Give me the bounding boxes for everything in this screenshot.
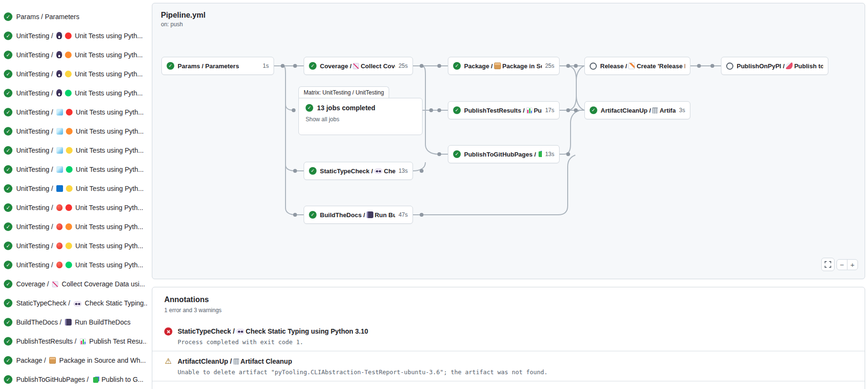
penguin-icon	[56, 70, 62, 77]
sidebar-job-item[interactable]: ✓UnitTesting / Unit Tests using Pyth...	[0, 255, 149, 274]
success-icon: ✓	[4, 356, 12, 365]
annotation-message: Unable to delete artifact "pyTooling.CLI…	[178, 368, 548, 376]
workflow-node-artifactcleanup[interactable]: ✓ArtifactCleanUp / Artifac...3s	[584, 101, 690, 119]
sidebar-job-item[interactable]: ✓UnitTesting / Unit Tests using Pyth...	[0, 122, 149, 141]
pages-icon	[539, 151, 542, 157]
sidebar-job-item[interactable]: ✓UnitTesting / Unit Tests using Pyth...	[0, 84, 149, 103]
workflow-node-coverage[interactable]: ✓Coverage / Collect Cove...25s	[304, 57, 413, 75]
orange-circle-icon	[65, 52, 72, 58]
success-icon: ✓	[4, 165, 12, 174]
matrix-summary: ✓ 13 jobs completed	[306, 104, 415, 112]
orange-circle-icon	[66, 128, 73, 135]
annotation-body: StaticTypeCheck / Check Static Typing us…	[178, 327, 368, 346]
annotation-message: Process completed with exit code 1.	[178, 338, 368, 346]
yellow-circle-icon	[65, 242, 72, 249]
matrix-group-card: ✓ 13 jobs completed Show all jobs	[298, 98, 423, 135]
sidebar-job-label: Package / Package in Source and Wh...	[16, 357, 146, 364]
sidebar-job-item[interactable]: ✓UnitTesting / Unit Tests using Pyth...	[0, 198, 149, 217]
success-icon: ✓	[4, 299, 12, 307]
red-circle-icon	[66, 109, 73, 116]
workflow-node-release[interactable]: Release / Create 'Release P...	[584, 57, 690, 75]
sidebar-job-item[interactable]: ✓PublishTestResults / Publish Test Resu.…	[0, 332, 149, 351]
sidebar-job-label: UnitTesting / Unit Tests using Pyth...	[16, 32, 143, 40]
green-circle-icon	[66, 166, 73, 173]
sidebar-job-item[interactable]: ✓UnitTesting / Unit Tests using Pyth...	[0, 45, 149, 64]
pages-icon	[93, 377, 98, 383]
sidebar-job-item[interactable]: ✓UnitTesting / Unit Tests using Pyth...	[0, 103, 149, 122]
orange-circle-icon	[65, 223, 72, 230]
workflow-node-params[interactable]: ✓Params / Parameters1s	[161, 57, 274, 75]
notebook-icon	[367, 211, 373, 218]
rocket-icon	[786, 63, 793, 69]
success-icon: ✓	[4, 261, 12, 269]
sidebar-job-item[interactable]: ✓StaticTypeCheck / Check Static Typing..…	[0, 294, 149, 313]
eyes-icon	[236, 329, 244, 334]
sidebar-job-item[interactable]: ✓Coverage / Collect Coverage Data usi...	[0, 274, 149, 294]
penguin-icon	[56, 89, 62, 96]
skipped-icon	[726, 63, 733, 70]
sidebar-job-label: UnitTesting / Unit Tests using Pyth...	[16, 89, 143, 97]
annotation-item: ⚠ArtifactCleanUp / Artifact CleanupUnabl…	[152, 351, 865, 381]
sidebar-job-item[interactable]: ✓Params / Parameters	[0, 7, 149, 26]
memo-icon	[628, 63, 635, 69]
sidebar-job-label: UnitTesting / Unit Tests using Pyth...	[16, 185, 144, 192]
ice-cube-icon	[56, 147, 63, 154]
red-circle-icon	[65, 32, 72, 39]
sidebar-job-item[interactable]: ✓UnitTesting / Unit Tests using Pyth...	[0, 141, 149, 160]
sidebar-job-item[interactable]: ✓Package / Package in Source and Wh...	[0, 351, 149, 370]
fullscreen-icon	[825, 261, 831, 268]
zoom-in-button[interactable]: +	[847, 259, 858, 270]
apple-icon	[56, 242, 63, 249]
success-icon: ✓	[309, 211, 317, 219]
sidebar-job-item[interactable]: ✓UnitTesting / Unit Tests using Pyth...	[0, 160, 149, 179]
sidebar-job-item[interactable]: ✓UnitTesting / Unit Tests using Pyth...	[0, 64, 149, 84]
workflow-node-package[interactable]: ✓Package / Package in So...25s	[448, 57, 560, 75]
workflow-node-buildthedocs[interactable]: ✓BuildTheDocs / Run Buil...47s	[304, 206, 413, 224]
sidebar-job-item[interactable]: ✓BuildTheDocs / Run BuildTheDocs	[0, 313, 149, 332]
success-icon: ✓	[590, 106, 597, 114]
yellow-circle-icon	[66, 185, 73, 192]
annotation-body: ArtifactCleanUp / Artifact CleanupUnable…	[178, 357, 548, 376]
annotation-item: StaticTypeCheck / Check Static Typing us…	[152, 321, 865, 351]
node-label: Package / Package in So...	[464, 63, 542, 70]
yellow-circle-icon	[65, 71, 72, 77]
sidebar-job-item[interactable]: ✓PublishToGitHubPages / Publish to G...	[0, 370, 149, 389]
annotation-title[interactable]: StaticTypeCheck / Check Static Typing us…	[178, 327, 368, 335]
workflow-node-publishtogithubpages[interactable]: ✓PublishToGitHubPages / ...13s	[448, 145, 560, 163]
node-label: BuildTheDocs / Run Buil...	[320, 211, 395, 219]
sidebar-job-item[interactable]: ✓UnitTesting / Unit Tests using Pyth...	[0, 236, 149, 255]
workflow-node-publishtestresults[interactable]: ✓PublishTestResults / Pu...17s	[448, 101, 560, 119]
node-label: PublishTestResults / Pu...	[464, 107, 542, 114]
workflow-edges	[152, 3, 866, 280]
wastebasket-icon	[233, 358, 239, 365]
node-label: Params / Parameters	[178, 63, 259, 70]
success-icon: ✓	[309, 167, 317, 175]
node-label: PublishOnPyPI / Publish to ...	[737, 63, 823, 70]
success-icon: ✓	[4, 203, 12, 212]
sidebar-job-item[interactable]: ✓UnitTesting / Unit Tests using Pyth...	[0, 217, 149, 236]
success-icon: ✓	[453, 106, 461, 114]
warning-icon: ⚠	[164, 357, 172, 365]
sidebar-job-item[interactable]: ✓UnitTesting / Unit Tests using Pyth...	[0, 26, 149, 45]
sidebar-job-label: UnitTesting / Unit Tests using Pyth...	[16, 242, 143, 250]
show-all-jobs-link[interactable]: Show all jobs	[306, 116, 415, 123]
success-icon: ✓	[4, 280, 12, 288]
sidebar-job-item[interactable]: ✓UnitTesting / Unit Tests using Pyth...	[0, 179, 149, 198]
annotation-title[interactable]: ArtifactCleanUp / Artifact Cleanup	[178, 357, 548, 365]
success-icon: ✓	[4, 89, 12, 97]
annotations-header: Annotations 1 error and 3 warnings	[152, 287, 865, 319]
fullscreen-button[interactable]	[821, 258, 835, 271]
node-label: Coverage / Collect Cove...	[320, 63, 395, 70]
workflow-graph-panel: Pipeline.yml on: push	[152, 3, 865, 279]
annotations-panel: Annotations 1 error and 3 warnings Stati…	[152, 287, 865, 389]
windows-icon	[56, 185, 63, 192]
workflow-node-statictypecheck[interactable]: ✓StaticTypeCheck / Chec...13s	[304, 162, 413, 180]
zoom-out-button[interactable]: −	[836, 259, 847, 270]
bar-chart-icon	[526, 107, 532, 114]
sidebar-job-label: UnitTesting / Unit Tests using Pyth...	[16, 108, 144, 116]
success-icon: ✓	[4, 318, 12, 326]
sidebar-job-label: PublishToGitHubPages / Publish to G...	[16, 376, 143, 383]
skipped-icon	[590, 63, 597, 70]
workflow-node-publishonpypi[interactable]: PublishOnPyPI / Publish to ...	[721, 57, 828, 75]
success-icon: ✓	[4, 70, 12, 78]
